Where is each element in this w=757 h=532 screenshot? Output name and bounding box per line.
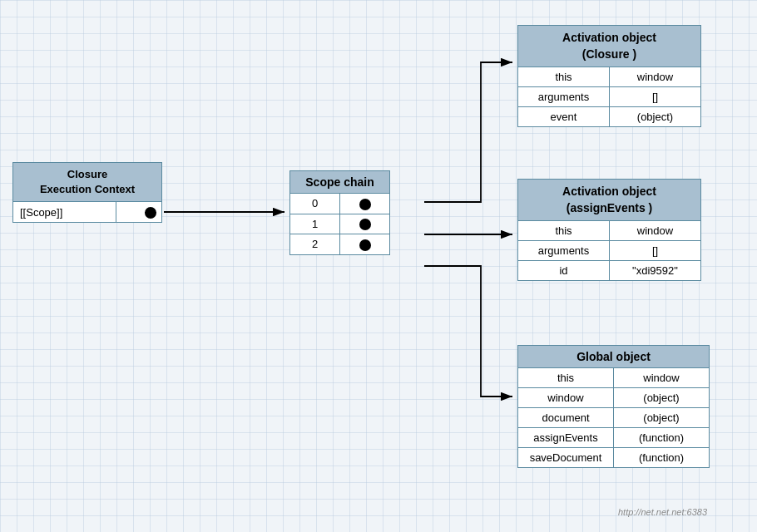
act-closure-args-label: arguments (518, 87, 610, 107)
closure-ctx-title: ClosureExecution Context (13, 163, 162, 202)
global-savedocument-value: (function) (614, 448, 710, 468)
global-assignevents-label: assignEvents (518, 428, 614, 448)
closure-execution-context: ClosureExecution Context [[Scope]] (12, 162, 162, 223)
scope-dot (116, 202, 162, 223)
scope-row-2-dot (340, 234, 390, 255)
global-obj-title: Global object (518, 346, 710, 368)
global-savedocument-label: saveDocument (518, 448, 614, 468)
global-document-label: document (518, 408, 614, 428)
act-assign-id-label: id (518, 261, 610, 281)
scope-label: [[Scope]] (13, 202, 116, 223)
global-window-value: (object) (614, 388, 710, 408)
act-assign-this-label: this (518, 221, 610, 241)
act-assign-id-value: "xdi9592" (610, 261, 701, 281)
act-closure-args-value: [] (610, 87, 701, 107)
global-assignevents-value: (function) (614, 428, 710, 448)
act-assign-this-value: window (610, 221, 701, 241)
activation-assign-table: Activation object(assignEvents ) this wi… (517, 179, 701, 281)
global-object-table: Global object this window window (object… (517, 345, 710, 468)
diagram-container: ClosureExecution Context [[Scope]] Scope… (0, 0, 757, 532)
scope-row-1-label: 1 (290, 214, 340, 234)
act-assign-title: Activation object(assignEvents ) (518, 180, 701, 221)
scope-chain-title: Scope chain (290, 171, 390, 194)
act-closure-this-value: window (610, 67, 701, 87)
act-closure-this-label: this (518, 67, 610, 87)
global-window-label: window (518, 388, 614, 408)
act-closure-title: Activation object(Closure ) (518, 26, 701, 67)
global-this-label: this (518, 368, 614, 388)
act-closure-event-value: (object) (610, 107, 701, 127)
activation-closure-table: Activation object(Closure ) this window … (517, 25, 701, 127)
scope-row-2-label: 2 (290, 234, 340, 255)
global-this-value: window (614, 368, 710, 388)
act-closure-event-label: event (518, 107, 610, 127)
scope-row-1-dot (340, 214, 390, 234)
act-assign-args-value: [] (610, 241, 701, 261)
watermark: http://net.net.net:6383 (618, 507, 707, 517)
scope-row-0-dot (340, 194, 390, 214)
act-assign-args-label: arguments (518, 241, 610, 261)
scope-row-0-label: 0 (290, 194, 340, 214)
global-document-value: (object) (614, 408, 710, 428)
scope-chain-table: Scope chain 0 1 2 (289, 170, 390, 255)
